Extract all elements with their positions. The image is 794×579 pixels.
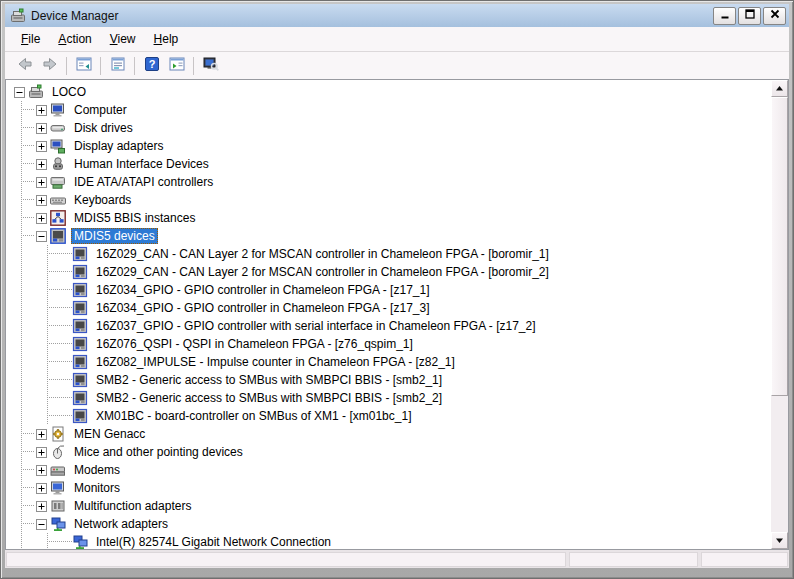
expand-toggle-plus[interactable]: [36, 447, 50, 458]
minimize-icon: [718, 7, 732, 24]
status-pane: [701, 552, 788, 567]
scrollbar-thumb[interactable]: [771, 97, 788, 396]
triangle-up-icon: [775, 84, 784, 93]
vertical-scrollbar[interactable]: [771, 80, 788, 549]
expand-toggle-minus[interactable]: [36, 231, 50, 242]
tree-item-label[interactable]: Modems: [71, 462, 123, 478]
tree-item-label[interactable]: Display adapters: [71, 138, 166, 154]
action-pane-icon: [169, 56, 185, 75]
tree-item-label[interactable]: 16Z034_GPIO - GPIO controller in Chamele…: [93, 300, 433, 316]
tree-item-label[interactable]: Monitors: [71, 480, 123, 496]
expand-toggle-plus[interactable]: [36, 177, 50, 188]
mdis-device-icon: [72, 282, 89, 298]
expand-toggle-plus[interactable]: [36, 483, 50, 494]
expand-toggle-plus[interactable]: [36, 123, 50, 134]
toolbar-separator: [66, 57, 67, 75]
tree-item[interactable]: LOCO: [6, 83, 771, 101]
show-console-tree-button[interactable]: [71, 54, 96, 78]
arrow-right-icon: [42, 56, 58, 75]
tree-item-label[interactable]: MEN Genacc: [71, 426, 148, 442]
help-icon: ?: [144, 56, 160, 75]
tree-item-label[interactable]: SMB2 - Generic access to SMBus with SMBP…: [93, 372, 445, 388]
back-button[interactable]: [12, 54, 37, 78]
tree-item-label[interactable]: 16Z082_IMPULSE - Impulse counter in Cham…: [93, 354, 458, 370]
tree-item-label[interactable]: Disk drives: [71, 120, 136, 136]
tree-item[interactable]: 16Z029_CAN - CAN Layer 2 for MSCAN contr…: [6, 263, 771, 281]
expand-toggle-plus[interactable]: [36, 465, 50, 476]
tree-item-label[interactable]: Multifunction adapters: [71, 498, 194, 514]
menu-file[interactable]: File: [12, 29, 49, 49]
menu-view[interactable]: View: [101, 29, 145, 49]
expand-toggle-minus[interactable]: [14, 87, 28, 98]
menu-help[interactable]: Help: [145, 29, 188, 49]
tree-item[interactable]: Monitors: [6, 479, 771, 497]
tree-item[interactable]: SMB2 - Generic access to SMBus with SMBP…: [6, 389, 771, 407]
tree-item[interactable]: Keyboards: [6, 191, 771, 209]
tree-item-label[interactable]: Mice and other pointing devices: [71, 444, 246, 460]
expand-toggle-minus[interactable]: [36, 519, 50, 530]
scroll-down-button[interactable]: [771, 532, 788, 549]
expand-toggle-plus[interactable]: [36, 501, 50, 512]
tree-item[interactable]: 16Z076_QSPI - QSPI in Chameleon FPGA - […: [6, 335, 771, 353]
tree-item[interactable]: IDE ATA/ATAPI controllers: [6, 173, 771, 191]
tree-item[interactable]: Intel(R) 82574L Gigabit Network Connecti…: [6, 533, 771, 550]
expand-toggle-plus[interactable]: [36, 213, 50, 224]
title-bar[interactable]: Device Manager: [5, 4, 789, 27]
modem-icon: [50, 462, 67, 478]
toolbar-separator: [100, 57, 101, 75]
tree-item-label[interactable]: Keyboards: [71, 192, 134, 208]
help-button[interactable]: ?: [139, 54, 164, 78]
minimize-button[interactable]: [713, 7, 736, 25]
tree-item-label[interactable]: Human Interface Devices: [71, 156, 212, 172]
tree-item[interactable]: Mice and other pointing devices: [6, 443, 771, 461]
tree-item[interactable]: XM01BC - board-controller on SMBus of XM…: [6, 407, 771, 425]
tree-item[interactable]: SMB2 - Generic access to SMBus with SMBP…: [6, 371, 771, 389]
scan-hardware-changes-button[interactable]: [198, 54, 223, 78]
tree-item-label[interactable]: LOCO: [49, 84, 89, 100]
tree-item[interactable]: MEN Genacc: [6, 425, 771, 443]
window-controls: [713, 7, 786, 25]
console-tree-icon: [76, 56, 92, 75]
tree-item-label[interactable]: MDIS5 BBIS instances: [71, 210, 198, 226]
tree-item[interactable]: Multifunction adapters: [6, 497, 771, 515]
properties-button[interactable]: [105, 54, 130, 78]
expand-toggle-plus[interactable]: [36, 105, 50, 116]
tree-item-label[interactable]: MDIS5 devices: [71, 228, 158, 244]
tree-item[interactable]: 16Z029_CAN - CAN Layer 2 for MSCAN contr…: [6, 245, 771, 263]
maximize-button[interactable]: [738, 7, 761, 25]
forward-button[interactable]: [37, 54, 62, 78]
expand-toggle-plus[interactable]: [36, 159, 50, 170]
tree-item-label[interactable]: 16Z034_GPIO - GPIO controller in Chamele…: [93, 282, 433, 298]
tree-item[interactable]: Modems: [6, 461, 771, 479]
window-title: Device Manager: [31, 9, 118, 23]
tree-item[interactable]: 16Z037_GPIO - GPIO controller with seria…: [6, 317, 771, 335]
show-action-pane-button[interactable]: [164, 54, 189, 78]
scroll-up-button[interactable]: [771, 80, 788, 97]
expand-toggle-plus[interactable]: [36, 195, 50, 206]
tree-item-label[interactable]: Network adapters: [71, 516, 171, 532]
device-tree: LOCOComputerDisk drivesDisplay adaptersH…: [6, 80, 771, 549]
tree-item[interactable]: Computer: [6, 101, 771, 119]
tree-item-label[interactable]: 16Z029_CAN - CAN Layer 2 for MSCAN contr…: [93, 246, 552, 262]
tree-item[interactable]: Network adapters: [6, 515, 771, 533]
tree-item-label[interactable]: 16Z037_GPIO - GPIO controller with seria…: [93, 318, 539, 334]
tree-item-label[interactable]: 16Z076_QSPI - QSPI in Chameleon FPGA - […: [93, 336, 416, 352]
tree-item[interactable]: 16Z034_GPIO - GPIO controller in Chamele…: [6, 299, 771, 317]
tree-item-label[interactable]: XM01BC - board-controller on SMBus of XM…: [93, 408, 414, 424]
tree-item-label[interactable]: Computer: [71, 102, 130, 118]
expand-toggle-plus[interactable]: [36, 429, 50, 440]
tree-item-label[interactable]: 16Z029_CAN - CAN Layer 2 for MSCAN contr…: [93, 264, 552, 280]
tree-item[interactable]: Display adapters: [6, 137, 771, 155]
tree-item[interactable]: 16Z034_GPIO - GPIO controller in Chamele…: [6, 281, 771, 299]
tree-item[interactable]: Human Interface Devices: [6, 155, 771, 173]
tree-item-label[interactable]: Intel(R) 82574L Gigabit Network Connecti…: [93, 534, 334, 550]
tree-item-label[interactable]: IDE ATA/ATAPI controllers: [71, 174, 216, 190]
expand-toggle-plus[interactable]: [36, 141, 50, 152]
tree-item[interactable]: MDIS5 devices: [6, 227, 771, 245]
tree-item[interactable]: 16Z082_IMPULSE - Impulse counter in Cham…: [6, 353, 771, 371]
tree-item-label[interactable]: SMB2 - Generic access to SMBus with SMBP…: [93, 390, 445, 406]
close-button[interactable]: [763, 7, 786, 25]
tree-item[interactable]: MDIS5 BBIS instances: [6, 209, 771, 227]
menu-action[interactable]: Action: [49, 29, 100, 49]
tree-item[interactable]: Disk drives: [6, 119, 771, 137]
